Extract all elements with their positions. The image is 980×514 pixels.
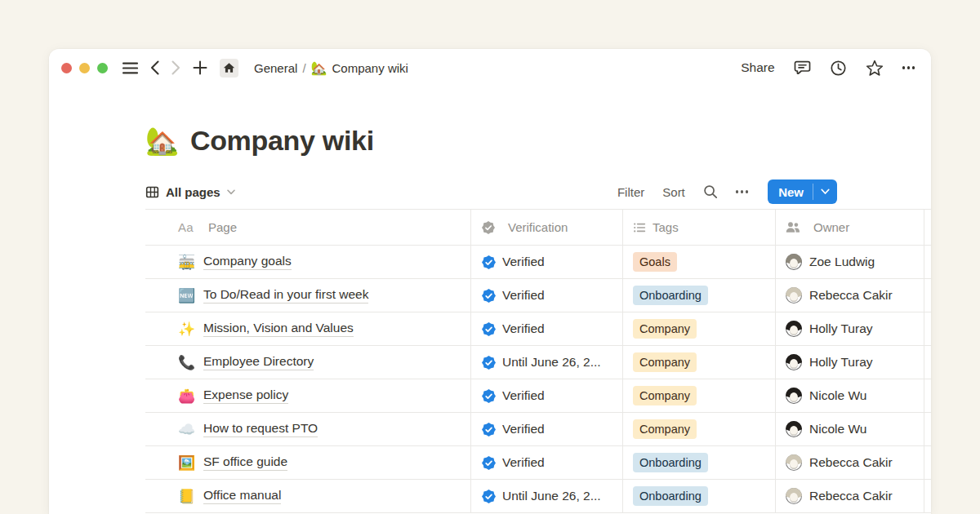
- comments-icon[interactable]: [794, 60, 811, 76]
- column-header-tags[interactable]: Tags: [623, 210, 776, 245]
- verification-label: Verified: [502, 455, 545, 470]
- page-emoji-icon: 📒: [178, 488, 195, 505]
- people-icon: [786, 221, 800, 233]
- breadcrumb-separator: /: [302, 61, 305, 75]
- verified-badge-icon: [482, 389, 496, 403]
- owner-name: Holly Turay: [809, 355, 873, 370]
- column-header-owner[interactable]: Owner: [776, 210, 924, 245]
- page-emoji-icon: 👛: [178, 388, 195, 405]
- back-icon[interactable]: [150, 60, 159, 75]
- new-button-chevron-icon[interactable]: [813, 179, 837, 204]
- tag-chip[interactable]: Company: [633, 419, 697, 438]
- verified-badge-icon: [482, 490, 496, 503]
- verified-badge-icon: [482, 356, 496, 370]
- minimize-window-button[interactable]: [79, 63, 90, 73]
- new-button[interactable]: New: [768, 179, 837, 204]
- page-title: 🏡 Company wiki: [145, 119, 374, 162]
- table-row[interactable]: ☁️ How to request PTO Verified Company N…: [145, 413, 931, 446]
- verified-badge-icon: [482, 456, 496, 470]
- breadcrumb-page[interactable]: Company wiki: [332, 61, 408, 75]
- verification-label: Verified: [502, 288, 545, 303]
- owner-avatar: [786, 388, 802, 404]
- page-emoji-icon: ✨: [178, 321, 195, 338]
- table-row[interactable]: 🖼️ SF office guide Verified Onboarding R…: [145, 446, 931, 480]
- history-clock-icon[interactable]: [830, 60, 847, 77]
- owner-avatar: [786, 321, 802, 337]
- page-emoji-icon[interactable]: 🏡: [145, 125, 179, 157]
- page-link[interactable]: Mission, Vision and Values: [203, 321, 354, 337]
- search-icon[interactable]: [703, 184, 718, 199]
- sort-button[interactable]: Sort: [662, 185, 685, 199]
- home-icon[interactable]: [220, 59, 238, 78]
- forward-icon[interactable]: [172, 60, 180, 75]
- table-row[interactable]: 📒 Office manual Until June 26, 2... Onbo…: [145, 480, 931, 513]
- page-emoji-icon: 🚋: [178, 254, 195, 271]
- owner-avatar: [786, 421, 802, 437]
- page-link[interactable]: How to request PTO: [203, 421, 318, 437]
- tag-chip[interactable]: Company: [633, 352, 697, 371]
- favorite-star-icon[interactable]: [866, 60, 884, 77]
- tag-chip[interactable]: Onboarding: [633, 453, 708, 472]
- page-emoji-icon: 📞: [178, 354, 195, 371]
- table-row[interactable]: 📞 Employee Directory Until June 26, 2...…: [145, 346, 931, 379]
- column-header-verification[interactable]: Verification: [471, 210, 623, 245]
- owner-avatar: [786, 287, 802, 304]
- page-link[interactable]: Expense policy: [203, 388, 288, 404]
- wiki-table: Aa Page Verification Tags: [145, 210, 931, 514]
- column-header-page[interactable]: Aa Page: [145, 210, 471, 245]
- page-link[interactable]: Employee Directory: [203, 354, 314, 370]
- row-filler: [924, 312, 931, 345]
- breadcrumb: General / 🏡 Company wiki: [254, 60, 408, 76]
- verification-label: Until June 26, 2...: [502, 355, 601, 370]
- close-window-button[interactable]: [61, 63, 72, 73]
- breadcrumb-workspace[interactable]: General: [254, 61, 297, 75]
- traffic-lights: [61, 63, 108, 73]
- view-switcher[interactable]: All pages: [145, 185, 235, 199]
- breadcrumb-page-emoji-icon: 🏡: [311, 60, 327, 76]
- page-link[interactable]: Company goals: [203, 254, 292, 270]
- page-link[interactable]: Office manual: [203, 488, 281, 504]
- view-label: All pages: [166, 185, 220, 199]
- filter-button[interactable]: Filter: [617, 185, 644, 199]
- row-filler: [924, 346, 931, 379]
- view-options-icon[interactable]: [736, 190, 748, 193]
- more-options-icon[interactable]: [902, 66, 915, 69]
- verification-badge-icon: [482, 221, 495, 234]
- table-row[interactable]: 🆕 To Do/Read in your first week Verified…: [145, 279, 931, 312]
- row-filler: [924, 279, 931, 312]
- owner-name: Nicole Wu: [809, 422, 866, 436]
- table-body: 🚋 Company goals Verified Goals Zoe Ludwi…: [145, 246, 931, 513]
- zoom-window-button[interactable]: [97, 63, 108, 73]
- share-button[interactable]: Share: [741, 60, 774, 75]
- table-view-icon: [145, 185, 159, 199]
- verification-label: Verified: [502, 255, 545, 269]
- window-topbar: General / 🏡 Company wiki Share: [49, 49, 931, 86]
- verification-label: Until June 26, 2...: [502, 489, 601, 503]
- table-row[interactable]: 🚋 Company goals Verified Goals Zoe Ludwi…: [145, 246, 931, 279]
- verification-label: Verified: [502, 321, 545, 336]
- owner-avatar: [786, 254, 802, 270]
- owner-name: Zoe Ludwig: [809, 255, 875, 269]
- sidebar-menu-icon[interactable]: [122, 62, 138, 74]
- database-toolbar: All pages Filter Sort New: [145, 175, 837, 209]
- app-window: General / 🏡 Company wiki Share 🏡 Company…: [49, 49, 931, 514]
- tag-chip[interactable]: Company: [633, 386, 697, 405]
- list-icon: [633, 221, 646, 234]
- owner-avatar: [786, 488, 802, 504]
- row-filler: [924, 413, 931, 445]
- new-button-label: New: [768, 179, 813, 204]
- page-emoji-icon: 🆕: [178, 287, 195, 304]
- table-row[interactable]: 👛 Expense policy Verified Company Nicole…: [145, 379, 931, 413]
- tag-chip[interactable]: Company: [633, 319, 697, 338]
- page-link[interactable]: SF office guide: [203, 454, 287, 471]
- tag-chip[interactable]: Onboarding: [633, 486, 708, 505]
- chevron-down-icon: [227, 189, 235, 195]
- table-row[interactable]: ✨ Mission, Vision and Values Verified Co…: [145, 312, 931, 346]
- page-emoji-icon: ☁️: [178, 421, 195, 438]
- verified-badge-icon: [482, 255, 496, 269]
- tag-chip[interactable]: Goals: [633, 252, 677, 271]
- page-link[interactable]: To Do/Read in your first week: [203, 287, 368, 304]
- tag-chip[interactable]: Onboarding: [633, 286, 708, 304]
- new-page-plus-icon[interactable]: [193, 60, 207, 75]
- table-header-row: Aa Page Verification Tags: [145, 210, 931, 246]
